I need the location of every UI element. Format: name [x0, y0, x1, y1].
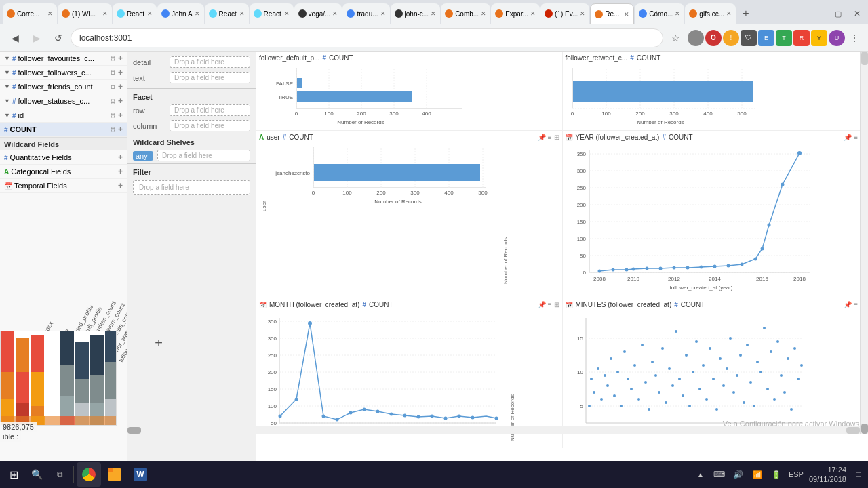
pin-icon[interactable]: 📌	[538, 134, 546, 141]
svg-point-180	[736, 374, 738, 377]
address-bar[interactable]: localhost:3001	[71, 28, 663, 47]
taskbar-chevron-up[interactable]: ▲	[694, 468, 707, 481]
start-button[interactable]: ⊞	[3, 464, 24, 485]
horizontal-scrollbar[interactable]	[127, 426, 860, 434]
tab-ev[interactable]: (1) Ev... ✕	[540, 3, 589, 24]
add-button[interactable]: +	[149, 333, 168, 352]
filter-drop-zone[interactable]: Drop a field here	[133, 180, 250, 195]
reload-button[interactable]: ↺	[49, 28, 68, 47]
tab-gifs[interactable]: gifs.cc... ✕	[685, 3, 736, 24]
add-icon[interactable]: +	[118, 125, 123, 134]
add-icon[interactable]: +	[118, 167, 123, 176]
tab-react1[interactable]: React ✕	[113, 3, 157, 24]
bookmark-button[interactable]: ☆	[666, 28, 685, 47]
pin-icon[interactable]: 📌	[844, 301, 852, 308]
forward-button[interactable]: ▶	[27, 28, 46, 47]
list-icon[interactable]: ≡	[854, 301, 858, 308]
add-icon[interactable]: +	[118, 181, 123, 190]
taskbar-keyboard-icon[interactable]: ⌨	[713, 468, 726, 481]
add-icon[interactable]: +	[118, 68, 123, 77]
close-window-button[interactable]: ✕	[849, 5, 865, 22]
svg-text:jsanchezcristo: jsanchezcristo	[275, 170, 310, 176]
tab-react3[interactable]: React ✕	[250, 3, 294, 24]
tab-como[interactable]: Cómo... ✕	[635, 3, 684, 24]
settings-icon[interactable]: ⚙	[110, 69, 116, 77]
tab-react2[interactable]: React ✕	[205, 3, 249, 24]
extension-icon2[interactable]: T	[776, 30, 792, 46]
taskbar-word[interactable]: W	[128, 462, 153, 487]
task-view-button[interactable]: ⧉	[49, 464, 71, 485]
alert-icon[interactable]: !	[723, 30, 739, 46]
tab-john[interactable]: John A ✕	[157, 3, 204, 24]
search-taskbar-button[interactable]: 🔍	[26, 464, 47, 485]
expand-icon[interactable]: ⊞	[554, 134, 559, 141]
text-drop-zone[interactable]: Drop a field here	[170, 72, 250, 83]
settings-icon[interactable]: ⚙	[110, 112, 116, 119]
sidebar-label: follower_followers_c...	[18, 68, 108, 77]
svg-point-175	[719, 357, 722, 360]
svg-point-161	[671, 384, 674, 387]
extension-icon3[interactable]: R	[793, 30, 810, 46]
sidebar-item-temporal[interactable]: 📅 Temporal Fields +	[0, 179, 127, 193]
tab-wi[interactable]: (1) Wi... ✕	[58, 3, 112, 24]
sidebar-item-follower-friends[interactable]: ▼ # follower_friends_count ⚙ +	[0, 80, 127, 94]
sidebar-item-follower-statuses[interactable]: ▼ # follower_statuses_c... ⚙ +	[0, 94, 127, 108]
taskbar-explorer[interactable]	[102, 462, 127, 487]
profile-icon[interactable]: U	[829, 30, 845, 46]
add-icon[interactable]: +	[118, 82, 123, 92]
taskbar-battery-icon[interactable]: 🔋	[770, 468, 783, 481]
expand-icon[interactable]: ⊞	[554, 301, 559, 308]
row-label: row	[133, 106, 165, 115]
settings-icon[interactable]: ⚙	[110, 55, 116, 62]
sidebar-item-id[interactable]: ▼ # id ⚙ +	[0, 108, 127, 123]
add-icon[interactable]: +	[118, 110, 123, 120]
settings-icon[interactable]: ⚙	[110, 83, 116, 91]
opera-icon[interactable]: O	[705, 30, 722, 46]
any-drop-zone[interactable]: Drop a field here	[157, 150, 250, 161]
scrollbar[interactable]	[860, 52, 868, 434]
add-icon[interactable]: +	[118, 152, 123, 162]
settings-icon[interactable]: ⚙	[110, 126, 116, 134]
close-active-tab[interactable]: ✕	[624, 11, 629, 18]
svg-point-160	[668, 367, 671, 370]
pin-icon[interactable]: 📌	[844, 134, 852, 141]
tab-comb[interactable]: Comb... ✕	[441, 3, 490, 24]
shield-icon[interactable]: 🛡	[741, 30, 757, 46]
row-drop-zone[interactable]: Drop a field here	[170, 104, 250, 116]
extension-icon4[interactable]: Y	[811, 30, 827, 46]
list-icon[interactable]: ≡	[548, 301, 552, 308]
detail-drop-zone[interactable]: Drop a field here	[170, 56, 250, 68]
tab-johncorr[interactable]: john-c... ✕	[391, 3, 441, 24]
list-icon[interactable]: ≡	[854, 134, 858, 141]
charts-area: follower_default_p... # COUNT follower_d…	[256, 52, 868, 461]
sidebar-item-quantitative[interactable]: # Quantitative Fields +	[0, 150, 127, 165]
menu-button[interactable]: ⋮	[846, 30, 863, 46]
taskbar-network-icon[interactable]: 📶	[751, 468, 764, 481]
search-icon[interactable]	[688, 30, 704, 46]
maximize-button[interactable]: ▢	[830, 5, 846, 22]
list-icon[interactable]: ≡	[548, 134, 552, 141]
back-button[interactable]: ◀	[5, 28, 24, 47]
extension-icon1[interactable]: E	[758, 30, 774, 46]
taskbar-volume-icon[interactable]: 🔊	[732, 468, 745, 481]
taskbar-notification[interactable]: □	[852, 468, 865, 481]
new-tab-button[interactable]: +	[736, 4, 755, 23]
minimize-button[interactable]: ─	[811, 5, 827, 22]
tab-tradu[interactable]: tradu... ✕	[342, 3, 389, 24]
svg-rect-220	[60, 331, 74, 365]
tab-vega[interactable]: vega/... ✕	[294, 3, 342, 24]
tab-expar[interactable]: Expar... ✕	[491, 3, 540, 24]
pin-icon[interactable]: 📌	[538, 301, 546, 308]
tab-re-active[interactable]: Re... ✕	[590, 3, 634, 24]
add-icon[interactable]: +	[118, 96, 123, 106]
sidebar-item-count[interactable]: # COUNT ⚙ +	[0, 123, 127, 137]
tab-corre[interactable]: Corre... ✕	[3, 3, 57, 24]
column-drop-zone[interactable]: Drop a field here	[170, 120, 250, 131]
settings-icon[interactable]: ⚙	[110, 98, 116, 105]
sidebar-item-categorical[interactable]: A Categorical Fields +	[0, 165, 127, 179]
taskbar-chrome[interactable]	[77, 462, 101, 487]
add-icon[interactable]: +	[118, 54, 123, 63]
svg-point-192	[776, 340, 779, 343]
sidebar-item-follower-followers[interactable]: ▼ # follower_followers_c... ⚙ +	[0, 66, 127, 80]
sidebar-item-follower-favs[interactable]: ▼ # follower_favourites_c... ⚙ +	[0, 52, 127, 66]
